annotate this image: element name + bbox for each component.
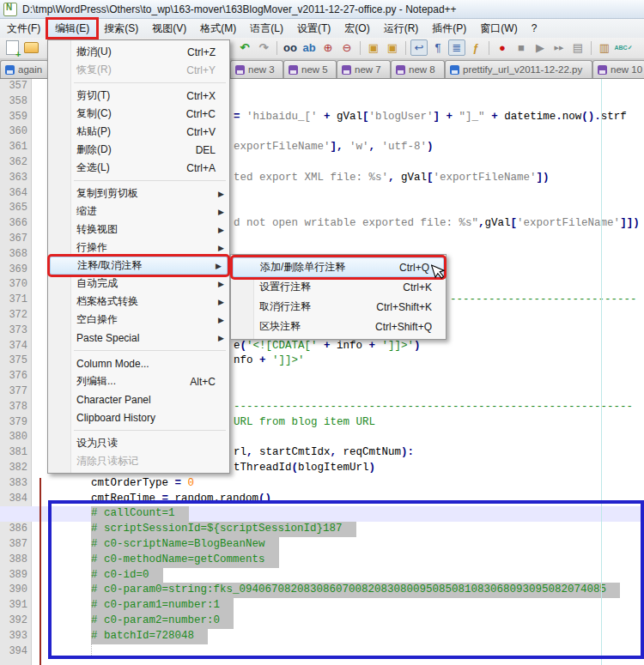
menubar-item[interactable]: 设置(T) bbox=[290, 19, 337, 38]
edit-menu-item[interactable]: Character Panel bbox=[48, 390, 229, 408]
sync-horizontal-icon[interactable]: ▣ bbox=[384, 39, 401, 56]
function-completion-icon[interactable]: ƒ bbox=[467, 39, 484, 56]
menu-separator bbox=[48, 426, 229, 434]
toolbar-separator bbox=[489, 41, 489, 55]
menu-item-shortcut: Ctrl+Y bbox=[186, 64, 216, 76]
submenu-arrow-icon: ▶ bbox=[216, 334, 224, 342]
macro-save-icon[interactable]: ▤ bbox=[569, 39, 586, 56]
edit-menu-item[interactable]: 缩进▶ bbox=[48, 203, 229, 221]
tab-new-3[interactable]: new 3 bbox=[230, 60, 283, 78]
menu-item-label: 行操作 bbox=[76, 240, 216, 255]
menu-item-shortcut: Ctrl+Shift+K bbox=[376, 301, 432, 313]
menu-item-label: 添加/删除单行注释 bbox=[260, 260, 384, 275]
code-text: rl, startCmtIdx, reqCmtNum): bbox=[234, 445, 414, 461]
code-text: ted export XML file: %s', gVal['exportFi… bbox=[234, 171, 550, 186]
tab-again[interactable]: again bbox=[0, 60, 49, 78]
comment-submenu: 添加/删除单行注释Ctrl+Q设置行注释Ctrl+K取消行注释Ctrl+Shif… bbox=[230, 254, 447, 340]
menubar-item[interactable]: 运行(R) bbox=[377, 19, 426, 38]
zoom-out-icon[interactable]: ⊖ bbox=[338, 39, 355, 56]
find-icon[interactable]: oo bbox=[282, 39, 299, 56]
edit-menu-item[interactable]: 剪切(T)Ctrl+X bbox=[48, 87, 229, 105]
open-file-icon[interactable] bbox=[22, 39, 39, 56]
menu-item-label: 设为只读 bbox=[76, 436, 216, 450]
undo-icon[interactable]: ↶ bbox=[236, 39, 253, 56]
macro-play-icon[interactable]: ▶ bbox=[532, 39, 549, 56]
word-wrap-icon[interactable]: ↩ bbox=[410, 39, 428, 56]
comment-submenu-item[interactable]: 设置行注释Ctrl+K bbox=[231, 277, 446, 297]
edit-menu-item[interactable]: 粘贴(P)Ctrl+V bbox=[48, 123, 229, 141]
tab-prettify_url_v2011-12-22.py[interactable]: prettify_url_v2011-12-22.py bbox=[445, 60, 592, 78]
menu-separator bbox=[48, 347, 229, 354]
comment-submenu-item[interactable]: 添加/删除单行注释Ctrl+Q bbox=[233, 257, 444, 277]
replace-icon[interactable]: ab bbox=[301, 39, 318, 56]
edit-menu-item[interactable]: Column Mode... bbox=[48, 354, 229, 372]
code-line-383[interactable]: cmtOrderType = 0 bbox=[0, 476, 644, 492]
code-text: nfo + ']]>' bbox=[234, 354, 305, 369]
submenu-arrow-icon: ▶ bbox=[213, 262, 222, 270]
indent-guide-icon[interactable]: ≣ bbox=[448, 39, 465, 56]
menubar-item[interactable]: 格式(M) bbox=[193, 19, 243, 38]
edit-menu-item[interactable]: 注释/取消注释▶ bbox=[50, 257, 228, 275]
blue-annotation-box bbox=[48, 500, 644, 659]
new-file-icon[interactable] bbox=[3, 39, 21, 56]
tab-new-10[interactable]: new 10 bbox=[592, 60, 644, 78]
tab-new-8[interactable]: new 8 bbox=[391, 60, 445, 78]
menu-item-shortcut: Ctrl+C bbox=[186, 108, 216, 120]
edit-menu-item[interactable]: 自动完成▶ bbox=[48, 275, 229, 293]
edit-menu-item[interactable]: 撤消(U)Ctrl+Z bbox=[48, 43, 229, 61]
menu-separator bbox=[48, 79, 229, 87]
tab-new-7[interactable]: new 7 bbox=[337, 60, 391, 78]
save-state-icon bbox=[235, 65, 245, 75]
spell-check-icon[interactable]: ABC✓ bbox=[615, 39, 632, 56]
edit-menu-item[interactable]: 转换视图▶ bbox=[48, 221, 229, 239]
show-all-chars-icon[interactable]: ¶ bbox=[429, 39, 447, 56]
code-text: exportFileName'], 'w', 'utf-8') bbox=[234, 140, 434, 155]
sync-vertical-icon[interactable]: ▣ bbox=[365, 39, 382, 56]
edit-menu-item[interactable]: 恢复(R)Ctrl+Y bbox=[48, 61, 229, 79]
edit-menu-item[interactable]: 列编辑...Alt+C bbox=[48, 372, 229, 390]
edit-menu-item[interactable]: 清除只读标记 bbox=[48, 452, 229, 470]
save-state-icon bbox=[342, 65, 351, 75]
edit-menu-item[interactable]: Paste Special▶ bbox=[48, 329, 229, 347]
edit-menu-item[interactable]: 全选(L)Ctrl+A bbox=[48, 159, 229, 177]
tab-label: new 7 bbox=[355, 64, 381, 75]
edit-menu-item[interactable]: 复制到剪切板▶ bbox=[48, 184, 229, 203]
save-state-icon bbox=[289, 65, 298, 75]
redo-icon[interactable]: ↷ bbox=[255, 39, 272, 56]
comment-submenu-item[interactable]: 区块注释Ctrl+Shift+Q bbox=[231, 317, 446, 336]
edit-menu-item[interactable]: 空白操作▶ bbox=[48, 311, 229, 329]
code-text: d not open writable exported file: %s",g… bbox=[234, 216, 640, 232]
doc-monitor-icon[interactable]: ▥ bbox=[596, 39, 613, 56]
menubar-item[interactable]: 插件(P) bbox=[425, 19, 473, 38]
menubar-item[interactable]: 语言(L) bbox=[243, 19, 290, 38]
edit-menu-item[interactable]: Clipboard History bbox=[48, 408, 229, 426]
menubar-item[interactable]: 搜索(S) bbox=[97, 19, 145, 38]
menubar-item[interactable]: 编辑(E) bbox=[47, 19, 97, 38]
comment-submenu-item[interactable]: 取消行注释Ctrl+Shift+K bbox=[231, 297, 446, 317]
title-bar[interactable]: D:\tmp\WordPress\Others\to_wp\163-mover\… bbox=[0, 0, 644, 19]
menubar-item[interactable]: 窗口(W) bbox=[473, 19, 524, 38]
macro-stop-icon[interactable]: ■ bbox=[513, 39, 530, 56]
edit-menu-item[interactable]: 档案格式转换▶ bbox=[48, 293, 229, 311]
tab-label: prettify_url_v2011-12-22.py bbox=[463, 64, 582, 75]
edit-menu-item[interactable]: 设为只读 bbox=[48, 434, 229, 452]
menubar-item[interactable]: 宏(O) bbox=[337, 19, 376, 38]
zoom-in-icon[interactable]: ⊕ bbox=[319, 39, 337, 56]
code-text: = 'hibaidu_[' + gVal['blogUser'] + "]_" … bbox=[234, 110, 627, 125]
tab-new-5[interactable]: new 5 bbox=[283, 60, 337, 78]
macro-record-icon[interactable]: ● bbox=[494, 39, 511, 56]
edit-menu-item[interactable]: 复制(C)Ctrl+C bbox=[48, 105, 229, 123]
menubar-item[interactable]: ? bbox=[525, 19, 544, 38]
code-text: ----------------------------- bbox=[450, 293, 637, 308]
app-icon bbox=[3, 3, 17, 16]
submenu-arrow-icon: ▶ bbox=[216, 208, 224, 216]
code-text: ----------------------------------------… bbox=[234, 400, 633, 415]
toolbar-right-group: ↶↷ooab⊕⊖▣▣↩¶≣ƒ●■▶▶▶▤▥ABC✓ bbox=[235, 39, 633, 56]
edit-menu-item[interactable]: 删除(D)DEL bbox=[48, 141, 229, 159]
macro-run-multiple-icon[interactable]: ▶▶ bbox=[550, 39, 568, 56]
menu-item-label: 档案格式转换 bbox=[76, 294, 216, 309]
code-text: URL from blog item URL bbox=[234, 415, 375, 431]
menubar-item[interactable]: 视图(V) bbox=[145, 19, 193, 38]
edit-menu-item[interactable]: 行操作▶ bbox=[48, 239, 229, 257]
menubar-item[interactable]: 文件(F) bbox=[0, 19, 47, 38]
